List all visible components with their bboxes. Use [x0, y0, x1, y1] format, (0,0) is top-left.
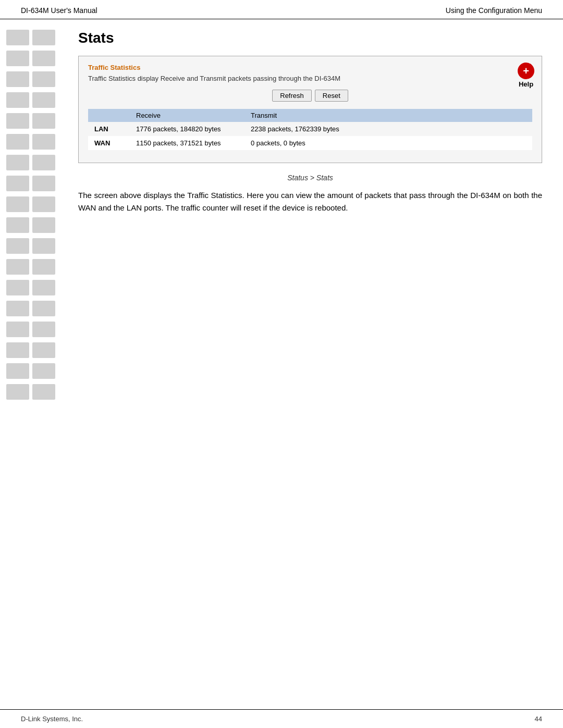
footer-right: 44 — [535, 715, 542, 723]
sidebar-decorative-block — [32, 342, 55, 358]
sidebar-decorative-block — [6, 71, 29, 87]
sidebar-decorative-block — [6, 196, 29, 212]
stats-panel: + Help Traffic Statistics Traffic Statis… — [78, 56, 542, 163]
sidebar-decorative-block — [6, 322, 29, 337]
sidebar-block-row — [6, 134, 62, 150]
sidebar-decorative-block — [32, 71, 55, 87]
help-button[interactable]: + Help — [518, 63, 534, 88]
sidebar-decorative-block — [32, 280, 55, 295]
sidebar-block-row — [6, 176, 62, 191]
sidebar-decorative-block — [6, 259, 29, 275]
header-left: DI-634M User's Manual — [21, 6, 97, 15]
page-title: Stats — [78, 30, 542, 46]
sidebar-decorative-block — [32, 384, 55, 400]
sidebar-decorative-block — [6, 342, 29, 358]
sidebar-block-row — [6, 238, 62, 254]
refresh-button[interactable]: Refresh — [272, 90, 312, 102]
sidebar-decorative-block — [6, 301, 29, 316]
table-header-row: Receive Transmit — [88, 109, 532, 122]
header-right: Using the Configuration Menu — [446, 6, 542, 15]
sidebar-decorative-block — [32, 51, 55, 66]
body-text: The screen above displays the Traffic St… — [78, 189, 542, 214]
col-header-transmit: Transmit — [244, 109, 532, 122]
sidebar-decorative-block — [6, 134, 29, 150]
reset-button[interactable]: Reset — [315, 90, 348, 102]
sidebar-block-row — [6, 342, 62, 358]
sidebar-decorative-block — [32, 196, 55, 212]
traffic-stats-title: Traffic Statistics — [88, 64, 532, 71]
sidebar-decorative-block — [6, 92, 29, 108]
sidebar-block-row — [6, 113, 62, 129]
sidebar-decorative-block — [32, 363, 55, 379]
sidebar-decorative-block — [6, 176, 29, 191]
sidebar-block-row — [6, 71, 62, 87]
page-header: DI-634M User's Manual Using the Configur… — [0, 0, 563, 19]
sidebar-decorative-block — [32, 301, 55, 316]
table-cell-label: LAN — [88, 122, 130, 136]
sidebar-decorative-block — [6, 30, 29, 45]
sidebar-decorative-block — [32, 259, 55, 275]
table-row: LAN1776 packets, 184820 bytes2238 packet… — [88, 122, 532, 136]
help-icon: + — [518, 63, 534, 79]
col-header-receive: Receive — [130, 109, 244, 122]
sidebar-decorative-block — [6, 363, 29, 379]
sidebar-decorative-block — [6, 155, 29, 170]
sidebar-decorative-block — [6, 238, 29, 254]
sidebar-decorative-block — [32, 113, 55, 129]
footer-left: D-Link Systems, Inc. — [21, 715, 83, 723]
sidebar-block-row — [6, 92, 62, 108]
sidebar-decorative-block — [32, 238, 55, 254]
table-cell-transmit: 2238 packets, 1762339 bytes — [244, 122, 532, 136]
sidebar-decorative-block — [32, 134, 55, 150]
sidebar-block-row — [6, 363, 62, 379]
sidebar-block-row — [6, 280, 62, 295]
page-footer: D-Link Systems, Inc. 44 — [0, 709, 563, 728]
sidebar-decorative-block — [6, 280, 29, 295]
sidebar-decorative-block — [32, 92, 55, 108]
table-cell-receive: 1150 packets, 371521 bytes — [130, 136, 244, 150]
traffic-stats-description: Traffic Statistics display Receive and T… — [88, 75, 532, 82]
sidebar-block-row — [6, 259, 62, 275]
sidebar-decorative-block — [32, 176, 55, 191]
sidebar-block-row — [6, 155, 62, 170]
sidebar — [0, 19, 68, 707]
table-cell-receive: 1776 packets, 184820 bytes — [130, 122, 244, 136]
sidebar-decorative-block — [6, 51, 29, 66]
content-area: Stats + Help Traffic Statistics Traffic … — [68, 19, 563, 707]
sidebar-decorative-block — [32, 217, 55, 233]
caption: Status > Stats — [78, 174, 542, 182]
sidebar-block-row — [6, 51, 62, 66]
sidebar-block-row — [6, 384, 62, 400]
sidebar-decorative-block — [32, 30, 55, 45]
sidebar-decorative-block — [6, 113, 29, 129]
stats-buttons-row: Refresh Reset — [88, 90, 532, 102]
sidebar-block-row — [6, 30, 62, 45]
sidebar-block-row — [6, 322, 62, 337]
main-layout: Stats + Help Traffic Statistics Traffic … — [0, 19, 563, 707]
sidebar-block-row — [6, 196, 62, 212]
stats-table: Receive Transmit LAN1776 packets, 184820… — [88, 109, 532, 150]
sidebar-block-row — [6, 217, 62, 233]
help-label: Help — [519, 80, 533, 88]
sidebar-decorative-block — [32, 322, 55, 337]
table-row: WAN1150 packets, 371521 bytes0 packets, … — [88, 136, 532, 150]
sidebar-decorative-block — [32, 155, 55, 170]
sidebar-decorative-block — [6, 384, 29, 400]
sidebar-decorative-block — [6, 217, 29, 233]
col-header-label — [88, 109, 130, 122]
table-cell-label: WAN — [88, 136, 130, 150]
table-cell-transmit: 0 packets, 0 bytes — [244, 136, 532, 150]
sidebar-block-row — [6, 301, 62, 316]
